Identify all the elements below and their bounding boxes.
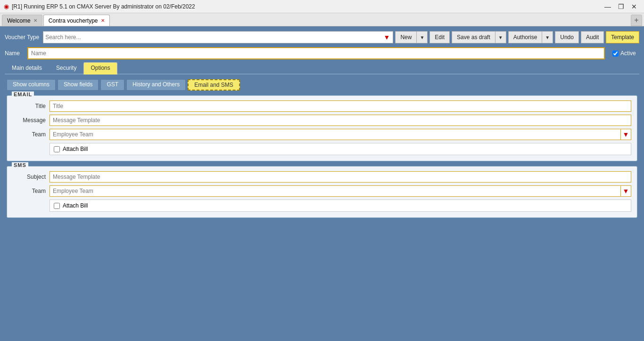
maximize-button[interactable]: ❐: [615, 2, 627, 11]
titlebar: ◉ [R1] Running ERP 5.1 on CMAX Server By…: [0, 0, 644, 13]
tab-add-button[interactable]: +: [631, 15, 642, 26]
tab-options[interactable]: Options: [83, 62, 117, 75]
sms-attach-bill-checkbox[interactable]: [54, 203, 60, 209]
email-message-input[interactable]: [50, 115, 631, 126]
sms-team-input[interactable]: [50, 186, 620, 196]
tab-welcome-close[interactable]: ✕: [33, 18, 37, 23]
sms-attach-bill-label: Attach Bill: [63, 202, 88, 209]
email-team-label: Team: [13, 131, 46, 138]
audit-button[interactable]: Audit: [581, 31, 604, 43]
email-team-input[interactable]: [50, 129, 620, 140]
sms-subject-label: Subject: [13, 174, 46, 180]
tab-security[interactable]: Security: [49, 62, 83, 74]
name-row: Name Active: [5, 47, 639, 59]
authorise-button-group: Authorise ▼: [508, 31, 553, 43]
email-message-row: Message: [13, 115, 631, 126]
form-area: Show columns Show fields GST History and…: [5, 75, 639, 227]
tab-welcome-label: Welcome: [7, 17, 31, 24]
authorise-button[interactable]: Authorise: [508, 31, 542, 43]
active-wrapper: Active: [612, 50, 639, 57]
sms-subject-row: Subject: [13, 171, 631, 183]
titlebar-controls: — ❐ ✕: [602, 2, 640, 11]
authorise-dropdown-button[interactable]: ▼: [542, 31, 553, 43]
sms-section-title: SMS: [12, 162, 28, 168]
new-button-group: New ▼: [395, 31, 428, 43]
search-dropdown-button[interactable]: ▼: [383, 33, 391, 41]
main-tabs: Main details Security Options: [5, 62, 639, 75]
tab-welcome[interactable]: Welcome ✕: [2, 15, 42, 26]
email-message-label: Message: [13, 117, 46, 124]
sub-tabs: Show columns Show fields GST History and…: [5, 79, 639, 91]
undo-button[interactable]: Undo: [555, 31, 579, 43]
tab-contra-close[interactable]: ✕: [101, 18, 105, 23]
subtab-history-others[interactable]: History and Others: [126, 79, 186, 91]
sms-subject-input[interactable]: [50, 171, 631, 183]
titlebar-title: [R1] Running ERP 5.1 on CMAX Server By a…: [12, 3, 602, 10]
subtab-gst[interactable]: GST: [100, 79, 124, 91]
save-draft-dropdown-button[interactable]: ▼: [495, 31, 506, 43]
name-label: Name: [5, 50, 24, 57]
sms-attach-bill-container: Attach Bill: [50, 200, 631, 212]
email-attach-bill-label: Attach Bill: [63, 146, 88, 152]
email-attach-bill-container: Attach Bill: [50, 143, 631, 155]
new-button[interactable]: New: [395, 31, 416, 43]
tab-contra-label: Contra vouchertype: [49, 17, 98, 24]
email-team-row: Team ▼: [13, 129, 631, 140]
edit-button[interactable]: Edit: [429, 31, 450, 43]
tab-contra[interactable]: Contra vouchertype ✕: [43, 15, 110, 26]
name-input[interactable]: [27, 47, 605, 59]
toolbar: Voucher Type ▼ New ▼ Edit Save as draft …: [5, 31, 639, 43]
close-button[interactable]: ✕: [628, 2, 640, 11]
sms-team-dropdown-button[interactable]: ▼: [620, 186, 631, 196]
email-attach-bill-checkbox[interactable]: [54, 146, 60, 152]
sms-team-row: Team ▼: [13, 185, 631, 197]
new-dropdown-button[interactable]: ▼: [416, 31, 428, 43]
email-team-input-wrapper: ▼: [50, 129, 631, 140]
save-as-draft-button[interactable]: Save as draft: [452, 31, 495, 43]
tab-main-details[interactable]: Main details: [5, 62, 49, 74]
search-input[interactable]: [45, 34, 382, 41]
sms-team-input-wrapper: ▼: [50, 185, 631, 197]
save-draft-button-group: Save as draft ▼: [452, 31, 506, 43]
subtab-show-fields[interactable]: Show fields: [58, 79, 99, 91]
email-team-dropdown-button[interactable]: ▼: [620, 129, 631, 140]
tabbar: Welcome ✕ Contra vouchertype ✕ +: [0, 13, 644, 26]
email-section: EMAIL Title Message Team ▼ Attach Bill: [7, 95, 637, 161]
subtab-show-columns[interactable]: Show columns: [7, 79, 56, 91]
email-title-input[interactable]: [50, 100, 631, 112]
email-title-label: Title: [13, 103, 46, 109]
email-section-title: EMAIL: [12, 91, 34, 97]
search-wrapper: ▼: [43, 31, 393, 43]
sms-team-label: Team: [13, 188, 46, 194]
active-label: Active: [620, 50, 639, 57]
voucher-type-label: Voucher Type: [5, 34, 39, 41]
email-title-row: Title: [13, 100, 631, 112]
sms-section: SMS Subject Team ▼ Attach Bill: [7, 166, 637, 218]
subtab-email-sms[interactable]: Email and SMS: [188, 79, 240, 91]
minimize-button[interactable]: —: [602, 2, 614, 11]
active-checkbox[interactable]: [612, 50, 619, 57]
main-content: Voucher Type ▼ New ▼ Edit Save as draft …: [0, 26, 644, 341]
template-button[interactable]: Template: [606, 31, 639, 43]
app-icon: ◉: [4, 3, 9, 10]
